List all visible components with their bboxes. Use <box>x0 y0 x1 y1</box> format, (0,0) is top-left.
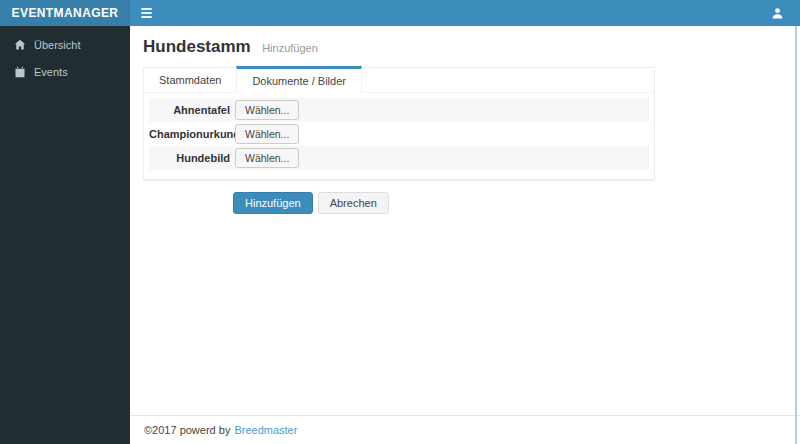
tab-stammdaten[interactable]: Stammdaten <box>144 68 236 92</box>
sidebar-item-uebersicht[interactable]: Übersicht <box>0 31 130 58</box>
file-choose-button-championurkunde[interactable]: Wählen... <box>235 124 299 144</box>
top-navbar: EVENTMANAGER <box>0 0 800 26</box>
submit-button[interactable]: Hinzufügen <box>233 192 313 214</box>
tab-bar: Stammdaten Dokumente / Bilder <box>144 68 654 93</box>
page-title: Hundestamm <box>143 37 251 56</box>
sidebar-toggle-button[interactable] <box>130 0 162 26</box>
app-window: EVENTMANAGER <box>0 0 800 444</box>
file-choose-button-ahnentafel[interactable]: Wählen... <box>235 100 299 120</box>
tab-content: Ahnentafel Wählen... Championurkunde Wäh… <box>144 93 654 179</box>
form-row-championurkunde: Championurkunde Wählen... <box>149 122 649 146</box>
brand-logo[interactable]: EVENTMANAGER <box>0 0 130 26</box>
cancel-button[interactable]: Abrechen <box>318 192 389 214</box>
sidebar-item-events[interactable]: Events <box>0 58 130 85</box>
calendar-icon <box>13 65 26 78</box>
home-icon <box>13 38 26 51</box>
field-label-hundebild: Hundebild <box>149 152 235 164</box>
field-label-championurkunde: Championurkunde <box>149 128 235 140</box>
tab-panel: Stammdaten Dokumente / Bilder Ahnentafel… <box>143 67 655 180</box>
form-actions: Hinzufügen Abrechen <box>233 192 787 214</box>
sidebar: Übersicht Events <box>0 26 130 444</box>
field-label-ahnentafel: Ahnentafel <box>149 104 235 116</box>
page-header: Hundestamm Hinzufügen <box>143 37 787 57</box>
footer-copyright-text: ©2017 powerd by <box>144 424 230 436</box>
sidebar-item-label: Events <box>34 66 68 78</box>
main-content: Hundestamm Hinzufügen Stammdaten Dokumen… <box>130 26 800 415</box>
breedmaster-link[interactable]: Breedmaster <box>234 424 297 436</box>
navbar <box>130 0 800 26</box>
form-row-ahnentafel: Ahnentafel Wählen... <box>149 98 649 122</box>
viewport-right-edge-line <box>795 26 797 444</box>
user-icon <box>771 7 784 20</box>
tab-dokumente-bilder[interactable]: Dokumente / Bilder <box>236 66 362 93</box>
hamburger-menu-icon <box>141 8 152 18</box>
page-footer: ©2017 powerd by Breedmaster <box>130 415 800 444</box>
page-subtitle: Hinzufügen <box>262 42 318 54</box>
user-menu-button[interactable] <box>762 0 792 26</box>
form-row-hundebild: Hundebild Wählen... <box>149 146 649 170</box>
sidebar-item-label: Übersicht <box>34 39 80 51</box>
file-choose-button-hundebild[interactable]: Wählen... <box>235 148 299 168</box>
